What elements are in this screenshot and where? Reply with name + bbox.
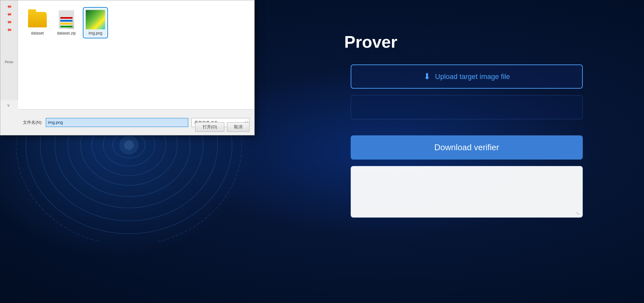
svg-point-10 — [124, 140, 134, 150]
upload-button-label: Upload target image file — [435, 73, 510, 81]
file-items-container: dataset dataset.zip — [23, 5, 249, 40]
resize-handle[interactable]: ⤡ — [576, 211, 581, 216]
folder-icon — [28, 10, 47, 29]
file-label-zip: dataset.zip — [57, 31, 76, 35]
dialog-file-content: dataset dataset.zip — [18, 0, 254, 109]
file-open-dialog: 📌 📌 📌 📌 Perso ∨ dataset — [0, 0, 255, 135]
upload-button[interactable]: ⬇ Upload target image file — [351, 64, 583, 89]
pin-icon-4[interactable]: 📌 — [5, 25, 13, 34]
dialog-button-row: 打开(O) 取消 — [195, 122, 249, 132]
dialog-cancel-button[interactable]: 取消 — [227, 122, 249, 132]
dialog-cancel-label: 取消 — [234, 124, 242, 130]
image-thumbnail-icon — [86, 10, 105, 29]
dialog-open-label: 打开(O) — [203, 124, 217, 130]
sidebar-label: Perso — [5, 60, 13, 64]
app-title: Prover — [344, 32, 397, 52]
file-item-dataset-zip[interactable]: dataset.zip — [55, 8, 78, 37]
file-label-img: img.png — [89, 31, 102, 35]
dialog-open-button[interactable]: 打开(O) — [195, 122, 224, 132]
secondary-input-box — [351, 95, 583, 119]
pin-icon-2[interactable]: 📌 — [5, 10, 13, 18]
app-panel: Prover ⬇ Upload target image file Downlo… — [289, 0, 644, 303]
filename-input[interactable] — [46, 118, 188, 127]
upload-icon: ⬇ — [424, 72, 431, 82]
pin-icon-1[interactable]: 📌 — [5, 2, 13, 11]
filename-label: 文件名(N): — [23, 120, 43, 125]
pin-icon-3[interactable]: 📌 — [5, 18, 13, 26]
download-button[interactable]: Download verifier — [351, 135, 583, 160]
sidebar-chevron-icon[interactable]: ∨ — [7, 103, 10, 108]
zip-icon — [57, 10, 76, 29]
file-item-dataset[interactable]: dataset — [26, 8, 49, 37]
file-item-img-png[interactable]: img.png — [84, 8, 107, 37]
file-label-dataset: dataset — [31, 31, 44, 35]
output-textarea[interactable]: ⤡ — [351, 166, 583, 218]
dialog-bottom-bar: 文件名(N): 所有文件 (*.*) 打开(O) 取消 — [18, 109, 254, 135]
dialog-sidebar: 📌 📌 📌 📌 Perso — [0, 0, 18, 100]
download-button-label: Download verifier — [434, 142, 499, 152]
